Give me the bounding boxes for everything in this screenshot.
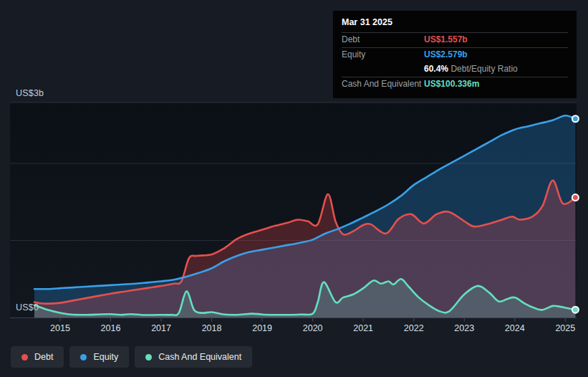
tooltip-debt-label: Debt <box>342 35 424 44</box>
x-tick-label: 2025 <box>555 323 575 333</box>
chart-legend: Debt Equity Cash And Equivalent <box>11 346 252 368</box>
tooltip-ratio-text: Debt/Equity Ratio <box>450 64 517 74</box>
x-tick-label: 2023 <box>454 323 474 333</box>
x-tick-label: 2024 <box>505 323 525 333</box>
tooltip-row-debt: Debt US$1.557b <box>342 32 568 47</box>
legend-item-equity[interactable]: Equity <box>69 346 129 368</box>
equity-end-marker <box>572 115 579 122</box>
legend-item-debt[interactable]: Debt <box>11 346 64 368</box>
x-tick-label: 2022 <box>404 323 424 333</box>
legend-item-cash[interactable]: Cash And Equivalent <box>135 346 252 368</box>
cash-end-marker <box>572 307 579 313</box>
tooltip-row-cash: Cash And Equivalent US$100.336m <box>342 77 568 92</box>
x-tick-label: 2016 <box>101 323 121 333</box>
tooltip-debt-value: US$1.557b <box>424 35 468 44</box>
legend-cash-label: Cash And Equivalent <box>158 352 241 362</box>
y-axis-zero-label: US$0 <box>16 302 39 312</box>
tooltip-cash-value: US$100.336m <box>424 80 479 89</box>
debt-series-dot-icon <box>21 354 28 361</box>
debt-end-marker <box>572 194 579 201</box>
x-tick-label: 2021 <box>353 323 373 333</box>
legend-debt-label: Debt <box>34 352 53 362</box>
chart-tooltip: Mar 31 2025 Debt US$1.557b Equity US$2.5… <box>333 11 577 98</box>
x-tick-label: 2020 <box>303 323 323 333</box>
tooltip-equity-value: US$2.579b <box>424 50 468 59</box>
x-tick-label: 2017 <box>151 323 171 333</box>
legend-equity-label: Equity <box>93 352 118 362</box>
cash-series-dot-icon <box>145 354 152 361</box>
tooltip-row-equity: Equity US$2.579b <box>342 47 568 62</box>
tooltip-cash-label: Cash And Equivalent <box>342 80 424 89</box>
tooltip-ratio-percent: 60.4% <box>424 64 448 74</box>
tooltip-date: Mar 31 2025 <box>342 16 568 32</box>
x-tick-label: 2015 <box>50 323 70 333</box>
x-tick-label: 2018 <box>202 323 222 333</box>
y-axis-max-label: US$3b <box>16 88 44 98</box>
tooltip-ratio: 60.4% Debt/Equity Ratio <box>424 65 518 74</box>
tooltip-row-ratio: 60.4% Debt/Equity Ratio <box>342 62 568 77</box>
tooltip-equity-label: Equity <box>342 50 424 59</box>
debt-equity-chart-panel: 2015201620172018201920202021202220232024… <box>0 0 588 377</box>
x-tick-label: 2019 <box>252 323 272 333</box>
equity-series-dot-icon <box>80 354 87 361</box>
